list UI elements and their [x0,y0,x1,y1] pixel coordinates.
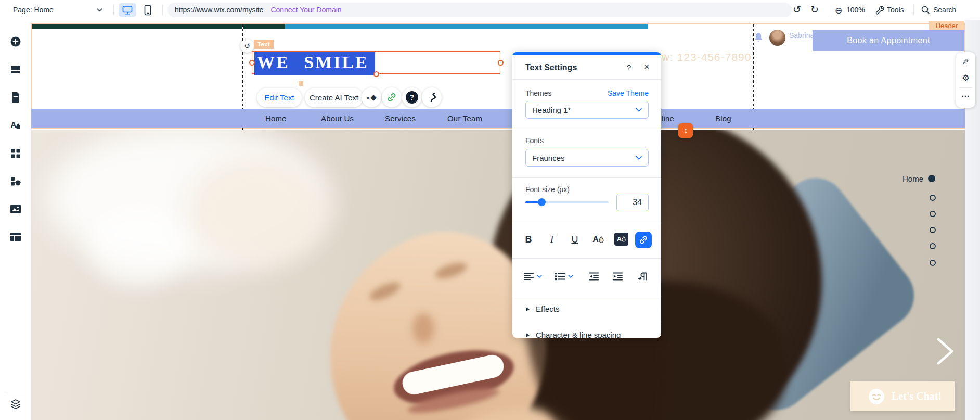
page-dot[interactable] [930,195,936,201]
bold-button[interactable]: B [522,231,535,248]
resize-handle-bottom[interactable] [373,71,379,77]
save-theme-link[interactable]: Save Theme [608,89,649,97]
page-dots-label[interactable]: Home [902,174,923,183]
font-dropdown[interactable]: Fraunces [525,149,649,167]
header-section-tag[interactable]: Header [929,21,964,30]
highlight-color-button[interactable]: A [614,233,628,246]
chevron-down-icon[interactable] [97,8,102,12]
list-dropdown[interactable] [555,270,573,283]
text-direction-button[interactable] [637,270,648,283]
zoom-out-icon[interactable]: ⊖ [835,4,842,18]
spacing-handle[interactable] [299,81,303,86]
redo-icon: ↻ [810,4,819,15]
theme-value: Heading 1* [532,106,571,114]
layers-button[interactable] [10,399,21,410]
mobile-view-button[interactable] [140,4,155,16]
desktop-view-button[interactable] [119,3,136,17]
edit-pencil-button[interactable]: ✎ [956,55,975,69]
link-button-active[interactable] [635,232,652,248]
divider [830,5,830,15]
nav-item-home[interactable]: Home [265,109,287,128]
nav-item-partial[interactable]: line [662,109,674,128]
zoom-level[interactable]: 100% [846,0,865,20]
create-ai-text-button[interactable]: Create AI Text [305,88,363,107]
theme-dropdown[interactable]: Heading 1* [525,101,649,119]
undo-button[interactable]: ↺ [793,3,801,17]
font-size-input[interactable]: 34 [616,194,649,211]
pages-button[interactable] [10,92,21,103]
resize-handle-right[interactable] [498,60,504,66]
connect-domain-link[interactable]: Connect Your Domain [270,6,341,14]
divider [868,5,868,15]
design-a-droplet-icon: A [10,119,21,131]
add-section-button[interactable] [10,63,21,75]
link-button[interactable] [382,87,402,107]
help-button[interactable]: ? [402,87,422,107]
editor-left-sidebar: A [0,20,32,420]
help-icon[interactable]: ? [627,63,631,72]
more-options-button[interactable]: ⋯ [956,88,975,103]
right-quick-toolbar: ✎ ⚙ ⋯ [956,52,975,108]
align-left-icon [524,272,534,281]
rotate-icon: ↺ [244,42,250,50]
site-url-bar[interactable]: https://www.wix.com/mysite Connect Your … [167,3,792,17]
effects-section[interactable]: ▶ Effects [512,296,661,322]
page-dot[interactable] [930,243,936,249]
chat-button[interactable]: Let's Chat! [850,381,955,411]
divider [512,223,661,223]
nav-item-services[interactable]: Services [385,109,416,128]
section-resize-handle[interactable]: ↕ [678,123,693,138]
italic-button[interactable]: I [545,231,559,248]
site-design-button[interactable]: A [10,119,21,131]
underline-button[interactable]: U [568,231,582,248]
close-icon[interactable]: × [644,61,650,72]
page-dot[interactable] [930,227,936,233]
content-manager-button[interactable] [10,231,21,243]
chevron-down-icon [568,275,573,278]
selected-heading-text[interactable]: WE SMILE [254,52,375,75]
page-dot[interactable] [930,211,936,217]
add-apps-button[interactable] [10,147,21,159]
divider [512,177,661,178]
bullet-list-icon [555,272,565,281]
book-appointment-button[interactable]: Book an Appointment [813,30,964,51]
page-dot[interactable] [930,260,936,266]
settings-gear-button[interactable]: ⚙ [956,71,975,84]
add-elements-button[interactable] [10,36,21,47]
next-arrow-icon[interactable] [934,336,956,366]
fonts-label: Fonts [525,136,544,145]
layers-icon [10,399,21,410]
nav-item-about[interactable]: About Us [321,109,354,128]
animation-button[interactable]: « ◆ [362,87,381,107]
character-spacing-label: Character & line spacing [536,330,621,338]
character-spacing-section[interactable]: ▶ Character & line spacing [512,322,661,338]
chevron-down-icon [636,156,642,160]
image-icon [10,204,21,214]
edit-text-button[interactable]: Edit Text [257,88,302,107]
notification-bell-icon[interactable] [753,32,764,44]
resize-handle-left[interactable] [249,60,255,66]
page-selector[interactable]: Page: Home [13,0,54,20]
redo-button[interactable]: ↻ [810,3,819,17]
hero-photo[interactable]: Home Let's Chat! [31,130,965,420]
search-button[interactable]: Search [933,0,956,20]
outdent-button[interactable] [588,270,599,283]
slider-knob[interactable] [538,198,546,206]
site-nav-bar[interactable] [31,109,965,128]
app-market-button[interactable] [10,175,21,187]
wix-editor-window: Page: Home https://www.wix.com/mysite Co… [0,0,980,420]
blurred-highlight [187,156,328,265]
plus-circle-icon [10,36,21,47]
text-color-button[interactable]: A [590,231,606,248]
phone-number-text[interactable]: Now: 123-456-7890 [647,51,751,63]
alignment-dropdown[interactable] [524,270,542,283]
font-size-label: Font size (px) [525,185,570,194]
tools-menu[interactable]: Tools [887,0,904,20]
nav-item-our-team[interactable]: Our Team [447,109,482,128]
media-button[interactable] [10,203,21,214]
nav-item-blog[interactable]: Blog [715,109,731,128]
member-avatar[interactable] [769,30,785,46]
connect-to-data-button[interactable] [422,87,442,107]
indent-button[interactable] [612,270,623,283]
page-dot-active[interactable] [928,175,935,182]
